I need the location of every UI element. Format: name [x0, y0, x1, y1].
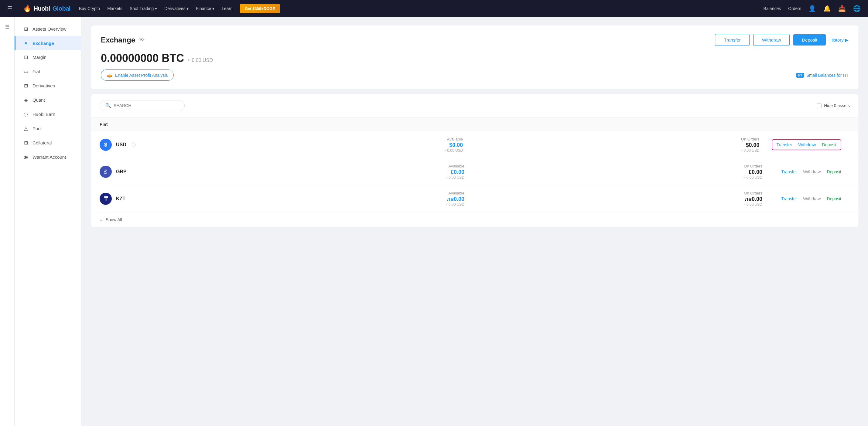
gbp-orders-usd: ≈ 0.00 USD: [464, 175, 762, 179]
main-content: Exchange 👁 Transfer Withdraw Deposit His…: [82, 17, 868, 426]
deposit-button[interactable]: Deposit: [793, 34, 826, 45]
nav-orders[interactable]: Orders: [788, 6, 801, 11]
usd-withdraw-link[interactable]: Withdraw: [798, 142, 816, 147]
usd-orders: On Orders $0.00 ≈ 0.00 USD: [463, 137, 759, 153]
assets-overview-icon: ⊞: [23, 26, 29, 32]
kzt-orders-val: лв0.00: [464, 196, 762, 202]
usd-transfer-link[interactable]: Transfer: [777, 142, 793, 147]
kzt-deposit-link[interactable]: Deposit: [827, 196, 841, 201]
notification-icon[interactable]: 🔔: [824, 5, 831, 12]
user-icon[interactable]: 👤: [808, 5, 816, 12]
usd-orders-label: On Orders: [463, 137, 759, 141]
kzt-withdraw-link[interactable]: Withdraw: [803, 196, 820, 201]
kzt-orders: On Orders лв0.00 ≈ 0.00 USD: [464, 191, 762, 207]
usd-available-val: $0.00: [166, 142, 463, 149]
hamburger-icon[interactable]: ☰: [7, 5, 12, 12]
asset-info-kzt: ₸ KZT: [100, 193, 166, 205]
usd-icon: $: [100, 139, 112, 151]
gbp-name: GBP: [116, 169, 127, 174]
usd-more-icon[interactable]: ⋮: [844, 141, 850, 148]
usd-available-usd: ≈ 0.00 USD: [166, 149, 463, 153]
asset-info-gbp: £ GBP: [100, 166, 166, 178]
nav-finance[interactable]: Finance ▾: [196, 6, 214, 11]
exchange-card: Exchange 👁 Transfer Withdraw Deposit His…: [91, 26, 858, 89]
gbp-deposit-link[interactable]: Deposit: [827, 169, 841, 174]
pie-icon: 🥧: [106, 72, 113, 78]
sidebar-label-pool: Pool: [32, 126, 41, 131]
history-button[interactable]: History ▶: [830, 37, 848, 43]
sidebar-item-exchange[interactable]: ● Exchange: [14, 36, 81, 50]
sidebar-item-assets-overview[interactable]: ⊞ Assets Overview: [14, 22, 81, 36]
main-layout: ☰ ⊞ Assets Overview ● Exchange ⊡ Margin …: [0, 17, 868, 426]
table-row: ₸ KZT Available лв0.00 ≈ 0.00 USD On Ord…: [91, 186, 858, 212]
sidebar-label-margin: Margin: [32, 55, 46, 60]
balance-usd: ≈ 0.00 USD: [188, 58, 213, 63]
sidebar-item-quant[interactable]: ◈ Quant: [14, 93, 81, 107]
nav-balances[interactable]: Balances: [764, 6, 781, 11]
search-icon: 🔍: [105, 103, 111, 108]
sidebar-item-warrant-account[interactable]: ◉ Warrant Account: [14, 150, 81, 164]
sidebar: ⊞ Assets Overview ● Exchange ⊡ Margin ▭ …: [14, 17, 82, 426]
sidebar-item-margin[interactable]: ⊡ Margin: [14, 50, 81, 64]
sidebar-item-collateral[interactable]: ⊞ Collateral: [14, 136, 81, 150]
nav-learn[interactable]: Learn: [222, 6, 232, 11]
huobi-earn-icon: ◌: [23, 111, 29, 117]
sidebar-label-assets-overview: Assets Overview: [32, 26, 66, 32]
usd-orders-usd: ≈ 0.00 USD: [463, 149, 759, 153]
sidebar-item-derivatives[interactable]: ⊟ Derivatives: [14, 78, 81, 93]
exchange-title-row: Exchange 👁: [101, 36, 144, 44]
sidebar-item-fiat[interactable]: ▭ Fiat: [14, 64, 81, 78]
fiat-section-header: Fiat: [91, 118, 858, 131]
gbp-withdraw-link[interactable]: Withdraw: [803, 169, 820, 174]
search-box[interactable]: 🔍: [100, 100, 185, 111]
withdraw-button[interactable]: Withdraw: [753, 34, 790, 46]
download-icon[interactable]: 📥: [838, 5, 846, 12]
usd-info-icon[interactable]: ⓘ: [132, 142, 136, 148]
nav-derivatives[interactable]: Derivatives ▾: [164, 6, 189, 11]
hide-zero-label: Hide 0 assets: [824, 103, 850, 108]
sidebar-label-exchange: Exchange: [32, 41, 54, 46]
hide-zero-checkbox[interactable]: [817, 103, 822, 108]
assets-table-card: 🔍 Hide 0 assets Fiat $ USD ⓘ Availabl: [91, 94, 858, 227]
warrant-icon: ◉: [23, 154, 29, 160]
logo-huobi: Huobi: [34, 5, 50, 12]
transfer-button[interactable]: Transfer: [715, 34, 749, 46]
sidebar-label-quant: Quant: [32, 97, 45, 103]
kzt-actions: Transfer Withdraw Deposit: [774, 196, 841, 201]
globe-icon[interactable]: 🌐: [853, 5, 861, 12]
header-action-buttons: Transfer Withdraw Deposit History ▶: [715, 34, 848, 46]
sidebar-collapse-icon[interactable]: ☰: [2, 22, 12, 32]
nav-buy-crypto[interactable]: Buy Crypto: [79, 6, 100, 11]
gbp-icon: £: [100, 166, 112, 178]
asset-analysis-label: Enable Asset Profit Analysis: [115, 73, 168, 78]
nav-right: Balances Orders 👤 🔔 📥 🌐: [764, 5, 861, 12]
pool-icon: △: [23, 126, 29, 131]
exchange-icon: ●: [23, 40, 29, 46]
ht-badge: HT: [796, 73, 804, 78]
small-balances-link[interactable]: HT Small Balances for HT: [796, 73, 848, 78]
small-balances-label: Small Balances for HT: [806, 73, 848, 78]
balance-btc: 0.00000000 BTC: [101, 52, 184, 65]
nav-markets[interactable]: Markets: [107, 6, 122, 11]
cta-doge-button[interactable]: Get $300+DOGE: [240, 4, 280, 13]
enable-asset-profit-button[interactable]: 🥧 Enable Asset Profit Analysis: [101, 69, 174, 81]
hide-zero-row: Hide 0 assets: [817, 103, 850, 108]
sidebar-item-pool[interactable]: △ Pool: [14, 121, 81, 136]
gbp-more-icon[interactable]: ⋮: [844, 168, 850, 175]
chevron-down-icon: ⌄: [100, 217, 103, 222]
usd-deposit-link[interactable]: Deposit: [822, 142, 836, 147]
kzt-more-icon[interactable]: ⋮: [844, 195, 850, 202]
search-input[interactable]: [114, 103, 179, 108]
usd-name: USD: [116, 142, 126, 148]
usd-orders-val: $0.00: [463, 142, 759, 149]
sidebar-item-huobi-earn[interactable]: ◌ Huobi Earn: [14, 107, 81, 121]
margin-icon: ⊡: [23, 54, 29, 60]
kzt-transfer-link[interactable]: Transfer: [781, 196, 797, 201]
exchange-header: Exchange 👁 Transfer Withdraw Deposit His…: [101, 34, 848, 46]
eye-icon[interactable]: 👁: [139, 37, 144, 43]
show-all-row[interactable]: ⌄ Show All: [91, 212, 858, 227]
gbp-transfer-link[interactable]: Transfer: [781, 169, 797, 174]
exchange-title: Exchange: [101, 36, 135, 44]
nav-spot-trading[interactable]: Spot Trading ▾: [130, 6, 157, 11]
gbp-orders-label: On Orders: [464, 164, 762, 168]
